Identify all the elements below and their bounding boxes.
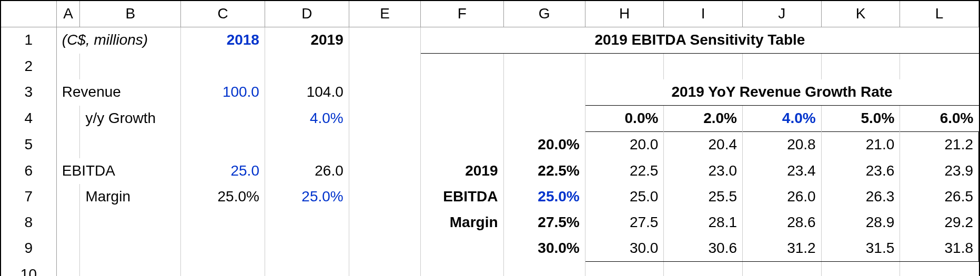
sens-title[interactable]: 2019 EBITDA Sensitivity Table [421,27,979,54]
sens-2-1[interactable]: 25.5 [664,184,743,210]
cell-H2[interactable] [585,54,664,79]
cell-C10[interactable] [181,262,265,276]
cell-J2[interactable] [743,54,822,79]
year-2018[interactable]: 2018 [181,27,265,54]
cell-G10[interactable] [503,262,585,276]
sens-0-1[interactable]: 20.4 [664,132,743,158]
cell-H10[interactable] [585,262,664,276]
cell-E6[interactable] [349,158,421,184]
margin-label[interactable]: Margin [80,184,181,210]
cell-B8[interactable] [80,210,181,236]
sens-4-0[interactable]: 30.0 [585,236,664,262]
sens-growth-header[interactable]: 2019 YoY Revenue Growth Rate [585,79,978,106]
cell-E9[interactable] [349,236,421,262]
cell-A8[interactable] [56,210,80,236]
cell-D2[interactable] [265,54,349,79]
row-header-7[interactable]: 7 [1,184,56,210]
cell-B5[interactable] [80,132,181,158]
col-header-C[interactable]: C [181,1,265,27]
cell-C5[interactable] [181,132,265,158]
cell-F9[interactable] [421,236,503,262]
col-header-D[interactable]: D [265,1,349,27]
cell-C9[interactable] [181,236,265,262]
col-header-I[interactable]: I [664,1,743,27]
cell-A2[interactable] [56,54,80,79]
cell-B9[interactable] [80,236,181,262]
cell-D5[interactable] [265,132,349,158]
sens-2-3[interactable]: 26.3 [821,184,900,210]
col-header-A[interactable]: A [56,1,80,27]
yoy-label[interactable]: y/y Growth [80,106,181,132]
cell-A5[interactable] [56,132,80,158]
cell-C8[interactable] [181,210,265,236]
cell-F10[interactable] [421,262,503,276]
row-header-10[interactable]: 10 [1,262,56,276]
yoy-2019[interactable]: 4.0% [265,106,349,132]
margin-row-0[interactable]: 20.0% [503,132,585,158]
revenue-2018[interactable]: 100.0 [181,79,265,106]
cell-E3[interactable] [349,79,421,106]
sens-3-1[interactable]: 28.1 [664,210,743,236]
row-header-9[interactable]: 9 [1,236,56,262]
sens-1-3[interactable]: 23.6 [821,158,900,184]
cell-E7[interactable] [349,184,421,210]
growth-col-1[interactable]: 2.0% [664,106,743,132]
sens-0-0[interactable]: 20.0 [585,132,664,158]
sens-1-2[interactable]: 23.4 [743,158,822,184]
col-header-L[interactable]: L [900,1,979,27]
cell-K10[interactable] [821,262,900,276]
cell-F5[interactable] [421,132,503,158]
ebitda-2019[interactable]: 26.0 [265,158,349,184]
cell-A7[interactable] [56,184,80,210]
cell-B10[interactable] [80,262,181,276]
row-header-5[interactable]: 5 [1,132,56,158]
side-label-ebitda[interactable]: EBITDA [421,184,503,210]
cell-E8[interactable] [349,210,421,236]
cell-D9[interactable] [265,236,349,262]
units-label[interactable]: (C$, millions) [56,27,180,54]
sens-4-1[interactable]: 30.6 [664,236,743,262]
margin-2019[interactable]: 25.0% [265,184,349,210]
cell-B2[interactable] [80,54,181,79]
side-label-2019[interactable]: 2019 [421,158,503,184]
sens-0-4[interactable]: 21.2 [900,132,979,158]
cell-C2[interactable] [181,54,265,79]
cell-F2[interactable] [421,54,503,79]
cell-G4-hidden[interactable]: 26.0 [503,106,585,132]
row-header-6[interactable]: 6 [1,158,56,184]
cell-F3[interactable] [421,79,503,106]
margin-row-2[interactable]: 25.0% [503,184,585,210]
ebitda-label[interactable]: EBITDA [56,158,180,184]
cell-E2[interactable] [349,54,421,79]
row-header-1[interactable]: 1 [1,27,56,54]
growth-col-3[interactable]: 5.0% [821,106,900,132]
growth-col-2[interactable]: 4.0% [743,106,822,132]
cell-I10[interactable] [664,262,743,276]
side-label-margin[interactable]: Margin [421,210,503,236]
margin-2018[interactable]: 25.0% [181,184,265,210]
sens-3-3[interactable]: 28.9 [821,210,900,236]
cell-K2[interactable] [821,54,900,79]
cell-E10[interactable] [349,262,421,276]
col-header-K[interactable]: K [821,1,900,27]
margin-row-3[interactable]: 27.5% [503,210,585,236]
cell-E1[interactable] [349,27,421,54]
cell-G3[interactable] [503,79,585,106]
col-header-J[interactable]: J [743,1,822,27]
year-2019[interactable]: 2019 [265,27,349,54]
cell-D10[interactable] [265,262,349,276]
cell-G2[interactable] [503,54,585,79]
cell-J10[interactable] [743,262,822,276]
cell-L10[interactable] [900,262,979,276]
sens-2-0[interactable]: 25.0 [585,184,664,210]
col-header-B[interactable]: B [80,1,181,27]
margin-row-1[interactable]: 22.5% [503,158,585,184]
sens-2-2[interactable]: 26.0 [743,184,822,210]
sens-3-0[interactable]: 27.5 [585,210,664,236]
col-header-H[interactable]: H [585,1,664,27]
cell-A10[interactable] [56,262,80,276]
col-header-E[interactable]: E [349,1,421,27]
sens-4-3[interactable]: 31.5 [821,236,900,262]
sens-0-2[interactable]: 20.8 [743,132,822,158]
cell-E5[interactable] [349,132,421,158]
